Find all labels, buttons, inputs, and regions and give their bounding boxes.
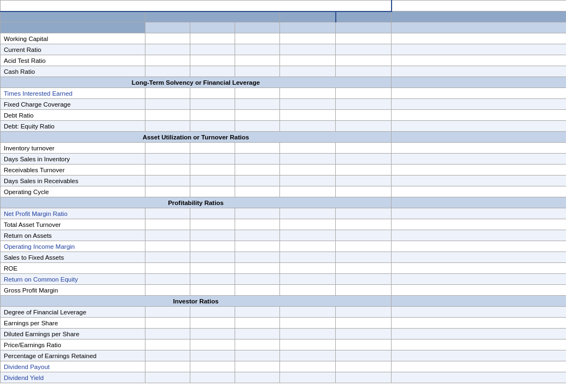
data-cell[interactable]	[190, 307, 235, 318]
data-cell[interactable]	[280, 121, 336, 132]
data-cell[interactable]	[145, 33, 190, 44]
data-cell[interactable]	[280, 208, 336, 219]
data-cell[interactable]	[190, 175, 235, 186]
comment-cell[interactable]	[392, 318, 566, 329]
data-cell[interactable]	[145, 44, 190, 55]
data-cell[interactable]	[336, 186, 392, 197]
data-cell[interactable]	[336, 372, 392, 383]
data-cell[interactable]	[235, 252, 280, 263]
data-cell[interactable]	[280, 252, 336, 263]
data-cell[interactable]	[235, 307, 280, 318]
data-cell[interactable]	[280, 88, 336, 99]
data-cell[interactable]	[280, 329, 336, 340]
data-cell[interactable]	[145, 307, 190, 318]
comment-cell[interactable]	[392, 110, 566, 121]
data-cell[interactable]	[145, 143, 190, 154]
data-cell[interactable]	[145, 241, 190, 252]
data-cell[interactable]	[235, 274, 280, 285]
data-cell[interactable]	[145, 99, 190, 110]
comment-cell[interactable]	[392, 263, 566, 274]
data-cell[interactable]	[336, 88, 392, 99]
data-cell[interactable]	[190, 274, 235, 285]
data-cell[interactable]	[235, 88, 280, 99]
comment-cell[interactable]	[392, 350, 566, 361]
data-cell[interactable]	[190, 88, 235, 99]
data-cell[interactable]	[280, 274, 336, 285]
data-cell[interactable]	[235, 110, 280, 121]
data-cell[interactable]	[190, 252, 235, 263]
data-cell[interactable]	[235, 340, 280, 350]
data-cell[interactable]	[190, 165, 235, 175]
comment-cell[interactable]	[392, 241, 566, 252]
data-cell[interactable]	[145, 186, 190, 197]
data-cell[interactable]	[235, 33, 280, 44]
data-cell[interactable]	[336, 230, 392, 241]
comment-cell[interactable]	[392, 219, 566, 230]
data-cell[interactable]	[235, 285, 280, 296]
data-cell[interactable]	[280, 165, 336, 175]
data-cell[interactable]	[145, 372, 190, 383]
comment-cell[interactable]	[392, 55, 566, 66]
comment-cell[interactable]	[392, 33, 566, 44]
data-cell[interactable]	[235, 44, 280, 55]
data-cell[interactable]	[190, 241, 235, 252]
data-cell[interactable]	[336, 241, 392, 252]
data-cell[interactable]	[280, 110, 336, 121]
data-cell[interactable]	[336, 110, 392, 121]
data-cell[interactable]	[190, 186, 235, 197]
data-cell[interactable]	[145, 208, 190, 219]
comment-cell[interactable]	[392, 121, 566, 132]
comment-cell[interactable]	[392, 361, 566, 372]
data-cell[interactable]	[190, 154, 235, 165]
data-cell[interactable]	[336, 175, 392, 186]
data-cell[interactable]	[235, 318, 280, 329]
data-cell[interactable]	[280, 186, 336, 197]
data-cell[interactable]	[190, 350, 235, 361]
comment-cell[interactable]	[392, 274, 566, 285]
comment-cell[interactable]	[392, 252, 566, 263]
comment-cell[interactable]	[392, 66, 566, 77]
data-cell[interactable]	[190, 361, 235, 372]
data-cell[interactable]	[280, 307, 336, 318]
comment-cell[interactable]	[392, 88, 566, 99]
data-cell[interactable]	[235, 219, 280, 230]
data-cell[interactable]	[235, 165, 280, 175]
comment-cell[interactable]	[392, 340, 566, 350]
data-cell[interactable]	[336, 33, 392, 44]
data-cell[interactable]	[190, 372, 235, 383]
comment-cell[interactable]	[392, 307, 566, 318]
data-cell[interactable]	[336, 329, 392, 340]
data-cell[interactable]	[280, 175, 336, 186]
data-cell[interactable]	[280, 44, 336, 55]
data-cell[interactable]	[235, 143, 280, 154]
data-cell[interactable]	[280, 318, 336, 329]
data-cell[interactable]	[336, 285, 392, 296]
data-cell[interactable]	[190, 99, 235, 110]
data-cell[interactable]	[145, 230, 190, 241]
data-cell[interactable]	[145, 219, 190, 230]
data-cell[interactable]	[190, 143, 235, 154]
data-cell[interactable]	[235, 154, 280, 165]
data-cell[interactable]	[190, 208, 235, 219]
data-cell[interactable]	[280, 372, 336, 383]
data-cell[interactable]	[280, 219, 336, 230]
data-cell[interactable]	[235, 241, 280, 252]
data-cell[interactable]	[145, 350, 190, 361]
data-cell[interactable]	[145, 165, 190, 175]
data-cell[interactable]	[336, 143, 392, 154]
data-cell[interactable]	[235, 329, 280, 340]
data-cell[interactable]	[190, 44, 235, 55]
data-cell[interactable]	[145, 329, 190, 340]
data-cell[interactable]	[190, 285, 235, 296]
data-cell[interactable]	[336, 361, 392, 372]
data-cell[interactable]	[190, 340, 235, 350]
data-cell[interactable]	[190, 121, 235, 132]
comment-cell[interactable]	[392, 165, 566, 175]
data-cell[interactable]	[190, 33, 235, 44]
data-cell[interactable]	[145, 285, 190, 296]
data-cell[interactable]	[235, 99, 280, 110]
data-cell[interactable]	[280, 285, 336, 296]
data-cell[interactable]	[280, 361, 336, 372]
data-cell[interactable]	[235, 66, 280, 77]
data-cell[interactable]	[145, 252, 190, 263]
